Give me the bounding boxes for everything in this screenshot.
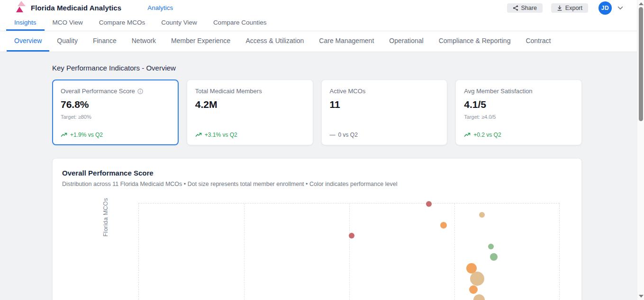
mco-data-point[interactable] <box>479 212 485 218</box>
mco-data-point[interactable] <box>473 294 485 300</box>
trend-up-icon <box>61 132 67 137</box>
mco-data-point[interactable] <box>469 285 478 294</box>
mco-data-point[interactable] <box>426 201 432 207</box>
tab-county-view[interactable]: County View <box>153 16 205 31</box>
kpi-label: Overall Performance Score <box>61 88 170 95</box>
tab-mco-view[interactable]: MCO View <box>45 16 91 31</box>
kpi-section-heading: Key Performance Indicators - Overview <box>52 64 582 72</box>
tab-insights[interactable]: Insights <box>6 16 45 31</box>
bubble-plot-area <box>138 203 560 300</box>
tab-compare-counties[interactable]: Compare Counties <box>205 16 275 31</box>
kpi-target <box>330 114 439 120</box>
mco-data-point[interactable] <box>349 233 354 238</box>
info-icon[interactable] <box>137 88 143 94</box>
scroll-down-arrow-icon[interactable] <box>639 295 644 298</box>
tab-compare-mcos[interactable]: Compare MCOs <box>91 16 154 31</box>
mco-data-point[interactable] <box>490 253 498 261</box>
kpi-delta: — +0.2 vs Q2 <box>464 132 573 138</box>
tab-finance[interactable]: Finance <box>85 31 124 52</box>
tab-operational[interactable]: Operational <box>381 31 431 52</box>
scrollbar-thumb[interactable] <box>639 7 643 121</box>
kpi-card-overall-performance[interactable]: Overall Performance Score 76.8% Target: … <box>52 79 179 145</box>
tab-overview[interactable]: Overview <box>7 31 49 52</box>
kpi-label: Active MCOs <box>330 88 439 95</box>
kpi-value: 4.2M <box>195 99 305 110</box>
kpi-label: Total Medicaid Members <box>195 88 305 95</box>
kpi-target: Target: ≥4.0/5 <box>464 114 573 120</box>
kpi-delta: — 0 vs Q2 <box>330 132 439 138</box>
breadcrumb-analytics[interactable]: Analytics <box>147 4 173 11</box>
kpi-value: 76.8% <box>61 99 170 110</box>
trend-up-icon <box>195 132 202 137</box>
y-axis-label: Florida MCOs <box>102 198 109 237</box>
kpi-card-total-members[interactable]: Total Medicaid Members 4.2M — +3.1% vs Q… <box>187 79 313 145</box>
top-bar: Florida Medicaid Analytics Analytics Sha… <box>0 0 644 16</box>
kpi-delta: — +3.1% vs Q2 <box>195 132 305 138</box>
kpi-delta: — +1.9% vs Q2 <box>61 132 170 138</box>
tab-network[interactable]: Network <box>124 31 163 52</box>
app-logo-icon <box>16 1 27 13</box>
chevron-down-icon[interactable] <box>617 6 623 10</box>
performance-chart-card: Overall Performance Score Distribution a… <box>52 158 582 300</box>
vertical-gridline <box>244 203 245 300</box>
share-icon <box>513 5 518 11</box>
kpi-value: 11 <box>330 99 439 110</box>
kpi-card-row: Overall Performance Score 76.8% Target: … <box>52 79 582 145</box>
kpi-target: Target: ≥80% <box>61 114 170 120</box>
tab-care-management[interactable]: Care Management <box>311 31 381 52</box>
share-button[interactable]: Share <box>507 3 543 13</box>
vertical-scrollbar[interactable] <box>637 0 644 300</box>
mco-data-point[interactable] <box>488 244 494 249</box>
chart-subtitle: Distribution across 11 Florida Medicaid … <box>62 181 572 187</box>
secondary-tab-bar: OverviewQualityFinanceNetworkMember Expe… <box>0 31 644 52</box>
tab-member-experience[interactable]: Member Experience <box>163 31 238 52</box>
mco-data-point[interactable] <box>470 272 484 286</box>
tab-compliance-reporting[interactable]: Compliance & Reporting <box>431 31 518 52</box>
kpi-value: 4.1/5 <box>464 99 573 110</box>
download-icon <box>557 5 562 11</box>
trend-up-icon <box>464 132 471 137</box>
scroll-up-arrow-icon[interactable] <box>639 2 644 5</box>
tab-access-utilization[interactable]: Access & Utilization <box>238 31 311 52</box>
export-button[interactable]: Export <box>551 3 588 13</box>
export-button-label: Export <box>565 5 582 11</box>
vertical-gridline <box>454 203 455 300</box>
primary-tab-bar: InsightsMCO ViewCompare MCOsCounty ViewC… <box>0 16 644 31</box>
mco-data-point[interactable] <box>440 222 447 229</box>
kpi-card-member-satisfaction[interactable]: Avg Member Satisfaction 4.1/5 Target: ≥4… <box>455 79 582 145</box>
tab-quality[interactable]: Quality <box>49 31 85 52</box>
flat-dash-icon: — <box>330 132 336 138</box>
chart-title: Overall Performance Score <box>62 169 572 177</box>
share-button-label: Share <box>521 5 537 11</box>
kpi-label: Avg Member Satisfaction <box>464 88 573 95</box>
app-title: Florida Medicaid Analytics <box>31 4 121 12</box>
vertical-gridline <box>349 203 350 300</box>
main-content: Key Performance Indicators - Overview Ov… <box>52 64 582 300</box>
kpi-card-active-mcos[interactable]: Active MCOs 11 — 0 vs Q2 <box>321 79 448 145</box>
user-avatar[interactable]: JD <box>599 1 612 15</box>
kpi-target <box>195 114 305 120</box>
tab-contract[interactable]: Contract <box>518 31 558 52</box>
